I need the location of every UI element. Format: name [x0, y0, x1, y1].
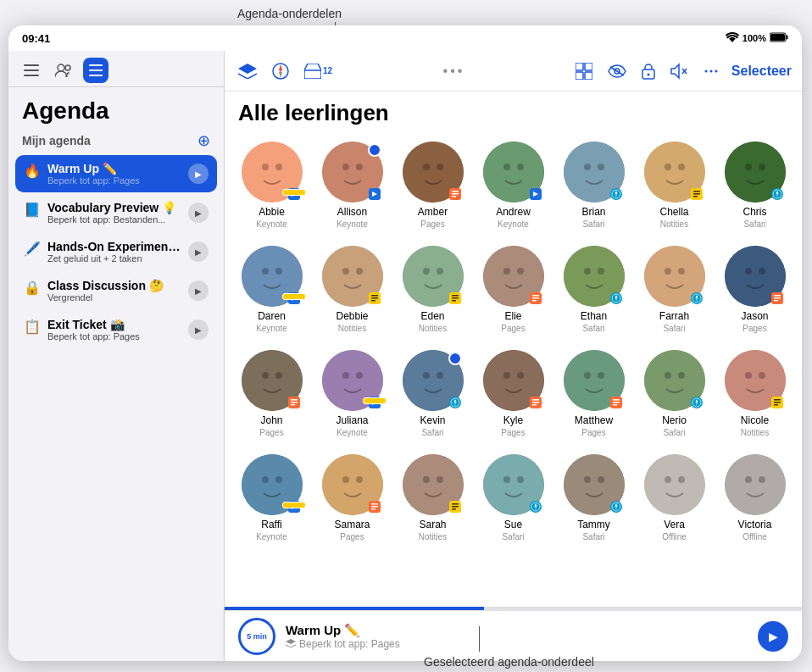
student-item-eden[interactable]: Eden Notities [396, 242, 470, 336]
app-area: Agenda Mijn agenda ⊕ 🔥 Warm Up ✏️ Beperk… [8, 51, 802, 661]
matthew-name: Matthew [575, 414, 613, 426]
eden-app-badge [447, 290, 464, 307]
abbie-app: Keynote [256, 219, 287, 229]
student-item-debbie[interactable]: Debbie Notities [315, 242, 389, 336]
sidebar-item-classdiscussion[interactable]: 🔒 Class Discussion 🤔 Vergrendel ▶ [15, 272, 217, 309]
vocabulary-play-button[interactable]: ▶ [188, 203, 209, 223]
student-item-sarah[interactable]: Sarah Notities [396, 451, 470, 545]
student-item-juliana[interactable]: Juliana Keynote [315, 347, 389, 441]
exitticket-play-button[interactable]: ▶ [188, 319, 209, 340]
student-item-daren[interactable]: Daren Keynote [235, 242, 309, 336]
svg-point-171 [598, 476, 604, 483]
student-item-ethan[interactable]: Ethan Safari [557, 242, 631, 336]
sidebar-people-button[interactable] [51, 58, 76, 83]
inbox-badge: 12 [323, 66, 332, 75]
student-item-abbie[interactable]: Abbie Keynote [235, 138, 309, 232]
kyle-app-badge [527, 394, 544, 411]
student-item-elie[interactable]: Elie Pages [476, 242, 550, 336]
more-options-button[interactable] [699, 59, 723, 83]
task-play-button[interactable]: ▶ [758, 621, 788, 652]
sidebar-item-exitticket[interactable]: 📋 Exit Ticket 📸 Beperk tot app: Pages ▶ [15, 311, 217, 348]
svg-rect-102 [774, 297, 781, 299]
sidebar-item-handson[interactable]: 🖊️ Hands-On Experiment 🖊️ Zet geluid uit… [15, 233, 217, 270]
student-item-tammy[interactable]: Tammy Safari [557, 451, 631, 545]
bottom-annotation-label: Geselecteerd agenda-onderdeel [424, 655, 594, 669]
student-item-allison[interactable]: Allison Keynote [315, 138, 389, 232]
svg-rect-71 [371, 297, 378, 299]
svg-point-42 [503, 164, 510, 170]
chella-avatar-wrap [644, 142, 705, 203]
svg-point-178 [745, 476, 752, 483]
lock-button[interactable] [638, 59, 659, 83]
sidebar-toggle-button[interactable] [19, 58, 44, 83]
sidebar-list-button[interactable] [83, 58, 108, 83]
inbox-button[interactable]: 12 [301, 60, 336, 82]
svg-rect-162 [452, 506, 459, 508]
bottom-task-bar[interactable]: 5 min Warm Up ✏️ Beperk tot app: Pages ▶ [225, 610, 802, 661]
svg-rect-161 [452, 503, 459, 505]
svg-point-176 [678, 476, 685, 483]
victoria-avatar-wrap [725, 454, 786, 515]
student-item-sue[interactable]: Sue Safari [476, 451, 550, 545]
sidebar-item-vocabulary[interactable]: 📘 Vocabulary Preview 💡 Beperk tot app: B… [15, 194, 217, 231]
grid-button[interactable] [572, 59, 596, 83]
battery-icon: 100% [742, 33, 766, 43]
student-item-matthew[interactable]: Matthew Pages [557, 347, 631, 441]
student-item-kyle[interactable]: Kyle Pages [476, 347, 550, 441]
student-item-vera[interactable]: Vera Offline [637, 451, 711, 545]
svg-rect-101 [774, 295, 781, 297]
status-bar: 09:41 100% [8, 25, 802, 51]
toolbar: 12 ••• [225, 51, 802, 92]
svg-rect-78 [452, 297, 459, 299]
student-item-chris[interactable]: Chris Safari [718, 138, 792, 232]
sidebar-more-button[interactable]: ⊕ [197, 131, 210, 150]
svg-rect-13 [576, 63, 583, 70]
nicole-name: Nicole [741, 414, 769, 426]
mute-button[interactable] [667, 59, 691, 83]
svg-point-141 [759, 372, 765, 379]
svg-point-6 [58, 64, 64, 71]
student-item-andrew[interactable]: Andrew Keynote [476, 138, 550, 232]
svg-point-106 [275, 372, 282, 379]
warmup-play-button[interactable]: ▶ [188, 164, 209, 184]
student-item-nerio[interactable]: Nerio Safari [637, 347, 711, 441]
visibility-button[interactable] [604, 61, 630, 81]
student-item-victoria[interactable]: Victoria Offline [718, 451, 792, 545]
sidebar-item-warmup[interactable]: 🔥 Warm Up ✏️ Beperk tot app: Pages ▶ [15, 155, 217, 192]
svg-rect-5 [24, 75, 39, 76]
debbie-app-badge [366, 290, 383, 307]
student-item-nicole[interactable]: Nicole Notities [718, 347, 792, 441]
student-item-kevin[interactable]: Kevin Safari [396, 347, 470, 441]
svg-point-43 [517, 164, 524, 170]
timer-circle: 5 min [238, 618, 275, 655]
task-subtitle: Beperk tot app: Pages [286, 638, 748, 650]
svg-rect-145 [774, 404, 778, 406]
student-item-chella[interactable]: Chella Notities [637, 138, 711, 232]
svg-point-51 [665, 164, 671, 170]
select-button[interactable]: Selecteer [731, 64, 792, 79]
svg-point-28 [275, 164, 282, 170]
matthew-app-badge [608, 394, 625, 411]
compass-button[interactable] [269, 59, 292, 83]
vera-avatar [644, 454, 705, 515]
svg-point-82 [517, 268, 524, 275]
layers-button[interactable] [235, 60, 260, 82]
andrew-avatar-wrap [483, 142, 544, 203]
student-item-brian[interactable]: Brian Safari [557, 138, 631, 232]
classdiscussion-play-button[interactable]: ▶ [188, 280, 209, 301]
ethan-name: Ethan [581, 310, 607, 322]
svg-rect-8 [89, 64, 103, 66]
toolbar-dots: ••• [341, 64, 567, 79]
handson-play-button[interactable]: ▶ [188, 242, 209, 262]
svg-rect-4 [24, 69, 39, 71]
student-item-john[interactable]: John Pages [235, 347, 309, 441]
svg-point-166 [517, 476, 524, 483]
student-item-farrah[interactable]: Farrah Safari [637, 242, 711, 336]
student-item-samara[interactable]: Samara Pages [315, 451, 389, 545]
student-item-jason[interactable]: Jason Pages [718, 242, 792, 336]
jason-name: Jason [741, 310, 768, 322]
student-item-raffi[interactable]: Raffi Keynote [235, 451, 309, 545]
svg-point-81 [503, 268, 510, 275]
student-item-amber[interactable]: Amber Pages [396, 138, 470, 232]
farrah-app: Safari [663, 324, 685, 333]
